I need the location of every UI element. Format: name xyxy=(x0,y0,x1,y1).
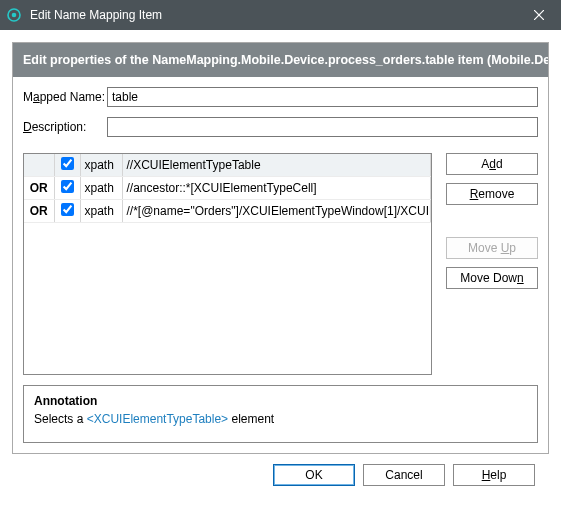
help-button[interactable]: Help xyxy=(453,464,535,486)
dialog-footer: OK Cancel Help xyxy=(12,454,549,486)
mapped-name-label: Mapped Name: xyxy=(23,90,107,104)
enable-cell xyxy=(54,177,80,200)
value-cell[interactable]: //*[@name="Orders"]/XCUIElementTypeWindo… xyxy=(122,200,431,223)
enable-checkbox[interactable] xyxy=(61,203,74,216)
banner-text: Edit properties of the NameMapping.Mobil… xyxy=(13,43,548,77)
logic-cell: OR xyxy=(24,200,54,223)
logic-cell xyxy=(24,154,54,177)
move-down-button[interactable]: Move Down xyxy=(446,267,538,289)
selectors-grid[interactable]: xpath//XCUIElementTypeTableORxpath//ance… xyxy=(23,153,432,375)
close-button[interactable] xyxy=(517,0,561,30)
title-bar: Edit Name Mapping Item xyxy=(0,0,561,30)
mapped-name-input[interactable] xyxy=(107,87,538,107)
table-row[interactable]: ORxpath//*[@name="Orders"]/XCUIElementTy… xyxy=(24,200,431,223)
annotation-link[interactable]: <XCUIElementTypeTable> xyxy=(87,412,228,426)
annotation-text: Selects a <XCUIElementTypeTable> element xyxy=(34,412,527,426)
add-button[interactable]: Add xyxy=(446,153,538,175)
enable-cell xyxy=(54,200,80,223)
enable-checkbox[interactable] xyxy=(61,180,74,193)
type-cell[interactable]: xpath xyxy=(80,200,122,223)
table-row[interactable]: xpath//XCUIElementTypeTable xyxy=(24,154,431,177)
description-input[interactable] xyxy=(107,117,538,137)
close-icon xyxy=(534,10,544,20)
enable-cell xyxy=(54,154,80,177)
app-icon xyxy=(6,7,22,23)
move-up-button[interactable]: Move Up xyxy=(446,237,538,259)
window-title: Edit Name Mapping Item xyxy=(30,8,517,22)
value-cell[interactable]: //XCUIElementTypeTable xyxy=(122,154,431,177)
remove-button[interactable]: Remove xyxy=(446,183,538,205)
ok-button[interactable]: OK xyxy=(273,464,355,486)
svg-point-1 xyxy=(12,13,17,18)
type-cell[interactable]: xpath xyxy=(80,154,122,177)
annotation-header: Annotation xyxy=(34,394,527,408)
table-row[interactable]: ORxpath//ancestor::*[XCUIElementTypeCell… xyxy=(24,177,431,200)
enable-checkbox[interactable] xyxy=(61,157,74,170)
annotation-panel: Annotation Selects a <XCUIElementTypeTab… xyxy=(23,385,538,443)
main-panel: Edit properties of the NameMapping.Mobil… xyxy=(12,42,549,454)
value-cell[interactable]: //ancestor::*[XCUIElementTypeCell] xyxy=(122,177,431,200)
logic-cell: OR xyxy=(24,177,54,200)
cancel-button[interactable]: Cancel xyxy=(363,464,445,486)
description-label: Description: xyxy=(23,120,107,134)
type-cell[interactable]: xpath xyxy=(80,177,122,200)
